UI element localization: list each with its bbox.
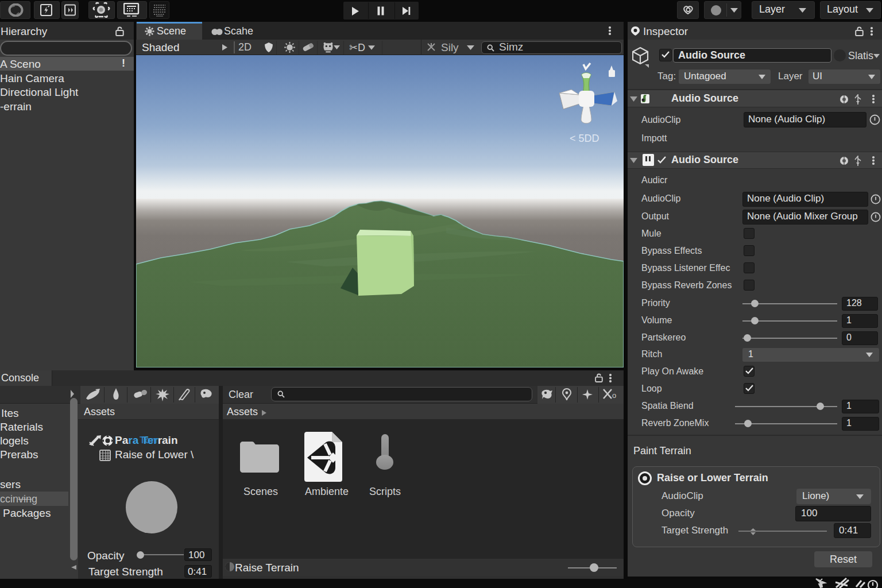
svg-text:< 5DD: < 5DD: [570, 133, 599, 144]
svg-text:o: o: [612, 391, 616, 400]
